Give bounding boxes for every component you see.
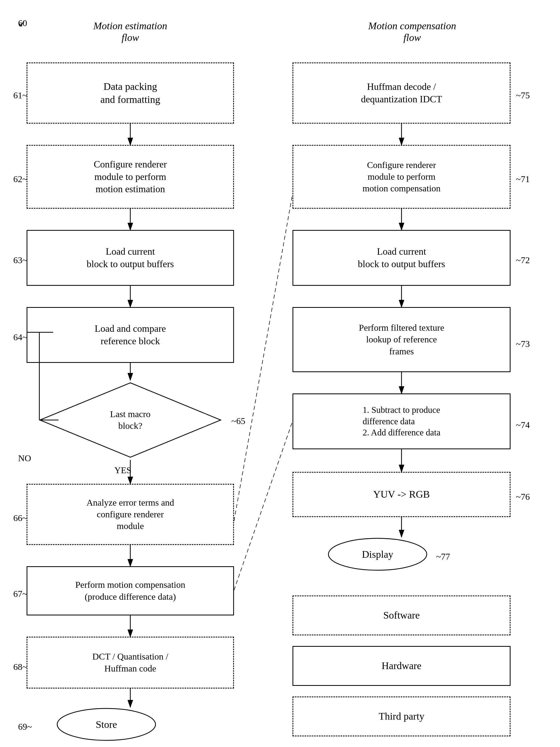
ref-69: 69~ — [18, 722, 32, 732]
node-load-compare: Load and comparereference block — [27, 307, 234, 363]
right-title: Motion compensationflow — [292, 20, 532, 43]
display-label: Display — [362, 548, 393, 560]
ref-74: ~74 — [516, 420, 530, 430]
ref-62: 62~ — [13, 174, 27, 184]
node-dct: DCT / Quantisation /Huffman code — [27, 637, 234, 689]
ref-75: ~75 — [516, 91, 530, 101]
no-label: NO — [18, 453, 31, 463]
ref-71: ~71 — [516, 174, 530, 184]
diamond-label: Last macroblock? — [37, 380, 223, 460]
node-third-party: Third party — [292, 696, 511, 737]
ref-68: 68~ — [13, 662, 27, 672]
ref-61: 61~ — [13, 91, 27, 101]
node-software: Software — [292, 595, 511, 635]
node-subtract-add: 1. Subtract to producedifference data2. … — [292, 393, 511, 449]
node-hardware: Hardware — [292, 646, 511, 686]
node-perform-mc: Perform motion compensation(produce diff… — [27, 566, 234, 615]
left-title: Motion estimationflow — [24, 20, 237, 43]
ref-73: ~73 — [516, 339, 530, 349]
node-filtered-texture: Perform filtered texturelookup of refere… — [292, 307, 511, 372]
svg-line-23 — [234, 194, 292, 521]
ref-65: ~65 — [231, 416, 245, 426]
ref-72: ~72 — [516, 255, 530, 265]
node-configure-mc: Configure renderermodule to performmotio… — [292, 145, 511, 209]
node-load-current-me: Load currentblock to output buffers — [27, 230, 234, 286]
ref-67: 67~ — [13, 589, 27, 599]
node-analyze-error: Analyze error terms andconfigure rendere… — [27, 484, 234, 545]
node-huffman-decode: Huffman decode /dequantization IDCT — [292, 62, 511, 124]
ref-66: 66~ — [13, 513, 27, 523]
ref-64: 64~ — [13, 332, 27, 342]
ref-77: ~77 — [436, 551, 450, 562]
node-yuv-rgb: YUV -> RGB — [292, 472, 511, 517]
ref-63: 63~ — [13, 255, 27, 265]
store-label: Store — [96, 719, 117, 730]
node-data-packing: Data packingand formatting — [27, 62, 234, 124]
yes-label: YES — [114, 465, 131, 475]
node-configure-me: Configure renderermodule to performmotio… — [27, 145, 234, 209]
node-diamond: Last macroblock? — [37, 380, 223, 460]
node-store: Store — [56, 707, 157, 742]
svg-line-22 — [234, 421, 292, 590]
node-load-current-mc: Load currentblock to output buffers — [292, 230, 511, 286]
ref-76: ~76 — [516, 492, 530, 502]
node-display: Display — [327, 537, 428, 571]
diagram-container: 60 ↙ Motion estimationflow Motion compen… — [0, 0, 560, 747]
